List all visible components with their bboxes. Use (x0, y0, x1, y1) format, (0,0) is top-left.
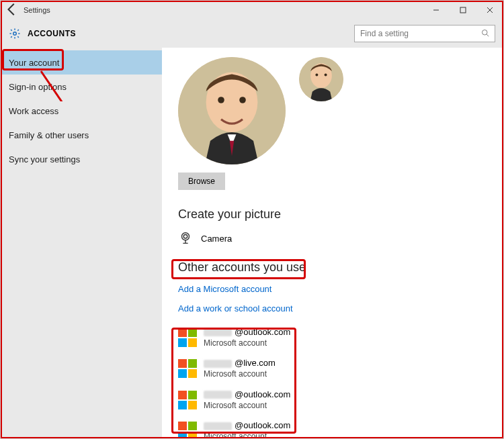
page-header: ACCOUNTS Find a setting (1, 19, 503, 48)
redacted-username (204, 328, 232, 336)
create-picture-title: Create your picture (178, 207, 487, 222)
redacted-username (204, 422, 232, 430)
svg-point-13 (315, 73, 318, 76)
svg-point-16 (183, 235, 187, 239)
add-work-school-account-link[interactable]: Add a work or school account (178, 303, 487, 313)
maximize-button[interactable] (450, 1, 476, 19)
account-item[interactable]: @live.com Microsoft account (178, 358, 487, 379)
microsoft-logo-icon (178, 359, 197, 378)
add-microsoft-account-link[interactable]: Add a Microsoft account (178, 284, 487, 294)
search-input[interactable]: Find a setting (354, 25, 495, 42)
camera-label: Camera (201, 234, 232, 244)
avatar-small[interactable] (299, 57, 343, 101)
microsoft-logo-icon (178, 328, 197, 347)
svg-point-5 (482, 30, 488, 35)
account-item[interactable]: @outlook.com Microsoft account (178, 389, 487, 411)
sidebar-item-work-access[interactable]: Work access (1, 99, 162, 123)
browse-button[interactable]: Browse (178, 173, 225, 190)
account-item[interactable]: @outlook.com Microsoft account (178, 420, 487, 439)
search-placeholder: Find a setting (360, 29, 481, 38)
minimize-button[interactable] (423, 1, 450, 19)
close-button[interactable] (476, 1, 503, 19)
redacted-username (204, 391, 232, 399)
account-item[interactable]: @outlook.com Microsoft account (178, 327, 487, 348)
sidebar-item-family-users[interactable]: Family & other users (1, 123, 162, 147)
back-button[interactable] (5, 2, 19, 19)
microsoft-logo-icon (178, 422, 197, 439)
avatar-large[interactable] (178, 57, 286, 164)
svg-point-4 (13, 32, 17, 36)
search-icon (481, 29, 489, 39)
gear-icon (9, 28, 21, 40)
other-accounts-title: Other accounts you use (178, 260, 487, 275)
content-pane: Browse Create your picture Camera Other … (162, 48, 503, 439)
titlebar: Settings (1, 1, 503, 19)
camera-option[interactable]: Camera (178, 231, 487, 246)
window-title: Settings (19, 6, 50, 14)
page-title: ACCOUNTS (28, 29, 354, 38)
sidebar-item-your-account[interactable]: Your account (1, 50, 162, 75)
svg-point-15 (182, 233, 190, 240)
sidebar: Your account Sign-in options Work access… (1, 48, 162, 439)
svg-rect-1 (460, 7, 466, 13)
svg-point-14 (325, 73, 327, 76)
camera-icon (178, 231, 193, 246)
sidebar-item-sync-settings[interactable]: Sync your settings (1, 147, 162, 171)
account-list: @outlook.com Microsoft account @live.com… (178, 327, 487, 439)
microsoft-logo-icon (178, 391, 197, 409)
svg-point-10 (239, 97, 246, 103)
svg-point-9 (218, 97, 224, 103)
svg-line-6 (487, 34, 489, 36)
redacted-username (204, 360, 232, 368)
sidebar-item-signin-options[interactable]: Sign-in options (1, 75, 162, 99)
